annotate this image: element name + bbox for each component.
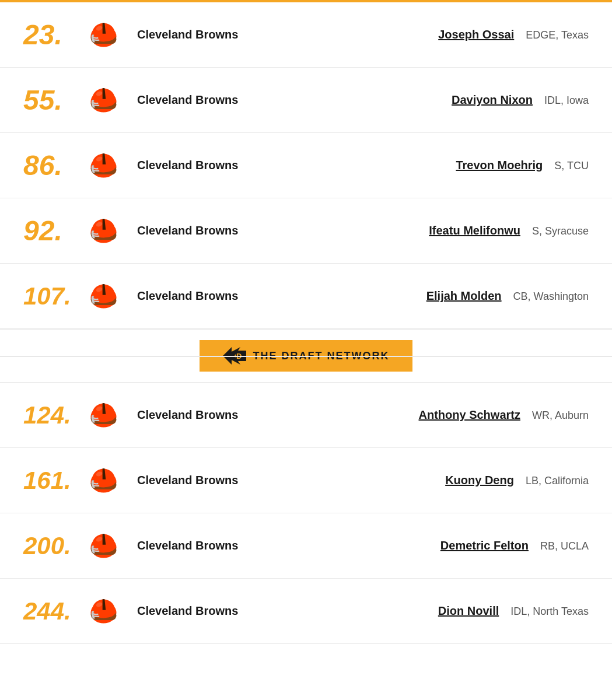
team-logo xyxy=(88,399,120,431)
watermark-section: D THE DRAFT NETWORK xyxy=(0,329,612,383)
player-info: Demetric Felton RB, UCLA xyxy=(440,539,589,552)
player-position: IDL, North Texas xyxy=(510,606,589,618)
player-position: S, TCU xyxy=(554,160,589,172)
pick-number: 200. xyxy=(23,534,88,558)
team-logo xyxy=(88,280,120,312)
player-name[interactable]: Dion Novill xyxy=(438,604,499,618)
player-position: IDL, Iowa xyxy=(544,94,589,107)
team-name: Cleveland Browns xyxy=(137,93,265,107)
team-logo xyxy=(88,215,120,247)
player-name[interactable]: Anthony Schwartz xyxy=(419,408,520,422)
team-logo xyxy=(88,19,120,51)
player-info: Joseph Ossai EDGE, Texas xyxy=(438,28,589,41)
team-logo xyxy=(88,530,120,562)
team-name: Cleveland Browns xyxy=(137,224,265,237)
player-position: EDGE, Texas xyxy=(526,29,589,41)
team-name: Cleveland Browns xyxy=(137,28,265,41)
player-info: Ifeatu Melifonwu S, Syracuse xyxy=(429,224,589,237)
player-position: CB, Washington xyxy=(513,290,589,303)
player-name[interactable]: Trevon Moehrig xyxy=(456,159,543,172)
team-name: Cleveland Browns xyxy=(137,604,265,618)
pick-number: 23. xyxy=(23,21,88,49)
team-name: Cleveland Browns xyxy=(137,474,265,487)
draft-row: 86. Cleveland Browns Trevon Moehrig S, T… xyxy=(0,133,612,198)
player-info: Dion Novill IDL, North Texas xyxy=(438,604,589,618)
team-logo xyxy=(88,84,120,116)
team-name: Cleveland Browns xyxy=(137,408,265,422)
pick-number: 161. xyxy=(23,468,88,493)
player-name[interactable]: Kuony Deng xyxy=(445,474,514,487)
team-name: Cleveland Browns xyxy=(137,159,265,172)
draft-row: 200. Cleveland Browns Demetric Felton RB… xyxy=(0,513,612,579)
team-name: Cleveland Browns xyxy=(137,539,265,552)
team-logo xyxy=(88,595,120,627)
pick-number: 55. xyxy=(23,86,88,114)
team-name: Cleveland Browns xyxy=(137,289,265,303)
picks-list: 23. Cleveland Browns Joseph Ossai EDGE, … xyxy=(0,2,612,644)
pick-number: 92. xyxy=(23,217,88,245)
player-name[interactable]: Demetric Felton xyxy=(440,539,529,552)
player-info: Daviyon Nixon IDL, Iowa xyxy=(452,93,589,107)
player-name[interactable]: Elijah Molden xyxy=(426,289,502,303)
draft-row: 124. Cleveland Browns Anthony Schwartz W… xyxy=(0,383,612,448)
player-position: S, Syracuse xyxy=(532,225,589,237)
draft-row: 161. Cleveland Browns Kuony Deng LB, Cal… xyxy=(0,448,612,513)
draft-row: 244. Cleveland Browns Dion Novill IDL, N… xyxy=(0,579,612,644)
team-logo xyxy=(88,464,120,496)
player-info: Trevon Moehrig S, TCU xyxy=(456,159,589,172)
player-position: LB, California xyxy=(526,475,589,487)
player-name[interactable]: Ifeatu Melifonwu xyxy=(429,224,520,237)
pick-number: 86. xyxy=(23,152,88,180)
draft-row: 23. Cleveland Browns Joseph Ossai EDGE, … xyxy=(0,2,612,68)
player-position: WR, Auburn xyxy=(532,410,589,422)
draft-row: 107. Cleveland Browns Elijah Molden CB, … xyxy=(0,264,612,329)
draft-row: 92. Cleveland Browns Ifeatu Melifonwu S,… xyxy=(0,198,612,264)
pick-number: 124. xyxy=(23,403,88,428)
player-info: Anthony Schwartz WR, Auburn xyxy=(419,408,589,422)
player-name[interactable]: Daviyon Nixon xyxy=(452,93,533,107)
pick-number: 244. xyxy=(23,599,88,624)
player-info: Elijah Molden CB, Washington xyxy=(426,289,589,303)
watermark-line xyxy=(0,356,612,357)
draft-row: 55. Cleveland Browns Daviyon Nixon IDL, … xyxy=(0,68,612,133)
player-info: Kuony Deng LB, California xyxy=(445,474,589,487)
player-position: RB, UCLA xyxy=(540,540,589,552)
player-name[interactable]: Joseph Ossai xyxy=(438,28,514,41)
pick-number: 107. xyxy=(23,284,88,309)
team-logo xyxy=(88,149,120,181)
